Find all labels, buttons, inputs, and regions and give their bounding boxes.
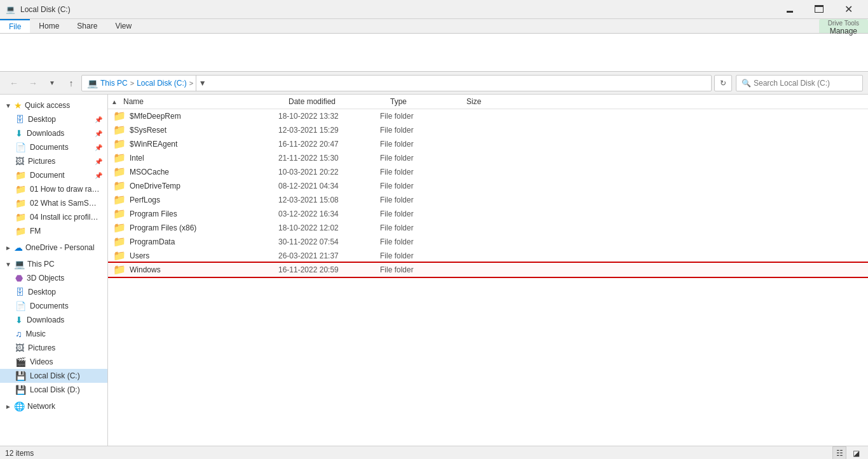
sidebar-item-fm[interactable]: 📁 FM [0, 224, 107, 238]
sidebar-quick-access-header[interactable]: ▼ ★ Quick access [0, 98, 107, 112]
table-row[interactable]: 📁 $WinREAgent 16-11-2022 20:47 File fold… [108, 137, 868, 151]
tab-share[interactable]: Share [68, 19, 106, 33]
search-input[interactable] [754, 79, 857, 88]
forward-button[interactable]: → [24, 74, 42, 92]
maximize-button[interactable]: 🗖 [804, 0, 834, 19]
thispc-label: This PC [27, 260, 55, 269]
file-name-cell: 📁 Users [108, 249, 273, 262]
manage-label: Manage [830, 27, 857, 36]
file-name: Windows [130, 265, 161, 274]
sidebar-item-local-disk-c[interactable]: 💾 Local Disk (C:) [0, 369, 107, 383]
col-date-header[interactable]: Date modified [283, 96, 385, 107]
folder-icon-doc: 📁 [15, 170, 26, 180]
search-bar[interactable]: 🔍 [736, 75, 863, 91]
dropdown-recent-button[interactable]: ▼ [43, 74, 61, 92]
file-date-cell: 08-12-2021 04:34 [273, 181, 375, 191]
documents-icon2: 📄 [15, 301, 26, 311]
file-name: $WinREAgent [130, 140, 177, 149]
folder-icon: 📁 [113, 208, 126, 220]
toolbar: ← → ▼ ↑ 💻 This PC > Local Disk (C:) > ▼ … [0, 72, 868, 95]
sidebar-item-desktop-quick[interactable]: 🗄 Desktop 📌 [0, 112, 107, 126]
file-type-cell: File folder [375, 237, 451, 247]
table-row[interactable]: 📁 Windows 16-11-2022 20:59 File folder [108, 263, 868, 277]
sidebar-item-documents-quick[interactable]: 📄 Documents 📌 [0, 140, 107, 154]
sidebar-item-02[interactable]: 📁 02 What is SamSung c [0, 196, 107, 210]
network-icon: 🌐 [14, 401, 25, 411]
file-name: MSOCache [130, 168, 169, 176]
up-button[interactable]: ↑ [62, 74, 80, 92]
file-name-cell: 📁 MSOCache [108, 165, 273, 178]
sidebar-item-01[interactable]: 📁 01 How to draw radius [0, 182, 107, 196]
file-name: PerfLogs [130, 196, 160, 204]
sidebar-item-music[interactable]: ♫ Music [0, 327, 107, 341]
sidebar-item-desktop[interactable]: 🗄 Desktop [0, 285, 107, 299]
back-button[interactable]: ← [5, 74, 23, 92]
title-bar: 💻 Local Disk (C:) 🗕 🗖 ✕ [0, 0, 868, 19]
table-row[interactable]: 📁 $SysReset 12-03-2021 15:29 File folder [108, 123, 868, 137]
details-view-button[interactable]: ☷ [832, 446, 846, 460]
sidebar-item-documents[interactable]: 📄 Documents [0, 299, 107, 313]
table-row[interactable]: 📁 ProgramData 30-11-2022 07:54 File fold… [108, 235, 868, 249]
sidebar-item-pictures[interactable]: 🖼 Pictures [0, 341, 107, 355]
sidebar-item-videos[interactable]: 🎬 Videos [0, 355, 107, 369]
manage-tab[interactable]: Drive Tools Manage [819, 19, 868, 33]
sidebar-item-downloads-quick[interactable]: ⬇ Downloads 📌 [0, 126, 107, 140]
sidebar-item-downloads[interactable]: ⬇ Downloads [0, 313, 107, 327]
downloads-icon2: ⬇ [15, 315, 23, 325]
sidebar-item-04[interactable]: 📁 04 Install icc profile or [0, 210, 107, 224]
table-row[interactable]: 📁 $MfeDeepRem 18-10-2022 13:32 File fold… [108, 109, 868, 123]
tab-file[interactable]: File [0, 19, 30, 33]
col-size-header[interactable]: Size [461, 96, 512, 107]
file-rows-container: 📁 $MfeDeepRem 18-10-2022 13:32 File fold… [108, 109, 868, 277]
sidebar-this-pc-header[interactable]: ▼ 💻 This PC [0, 257, 107, 271]
table-row[interactable]: 📁 Program Files (x86) 18-10-2022 12:02 F… [108, 221, 868, 235]
table-row[interactable]: 📁 Users 26-03-2021 21:37 File folder [108, 249, 868, 263]
table-row[interactable]: 📁 PerfLogs 12-03-2021 15:08 File folder [108, 193, 868, 207]
tab-view[interactable]: View [106, 19, 140, 33]
sidebar-item-local-disk-d[interactable]: 💾 Local Disk (D:) [0, 383, 107, 397]
col-name-header[interactable]: Name [118, 96, 283, 107]
sidebar-onedrive: ► ☁ OneDrive - Personal [0, 239, 107, 256]
file-date-cell: 18-10-2022 12:02 [273, 223, 375, 233]
pictures-label: Pictures [28, 343, 55, 352]
file-type-cell: File folder [375, 167, 451, 177]
file-type-cell: File folder [375, 139, 451, 149]
refresh-button[interactable]: ↻ [714, 75, 732, 91]
desktop-icon: 🗄 [15, 114, 24, 124]
close-button[interactable]: ✕ [834, 0, 863, 19]
address-this-pc[interactable]: This PC [100, 79, 128, 88]
tab-home[interactable]: Home [30, 19, 68, 33]
minimize-button[interactable]: 🗕 [775, 0, 804, 19]
sidebar-network-header[interactable]: ► 🌐 Network [0, 399, 107, 413]
downloads-icon: ⬇ [15, 128, 23, 138]
sidebar-item-document-quick[interactable]: 📁 Document 📌 [0, 168, 107, 182]
sidebar-01-label: 01 How to draw radius [30, 185, 100, 194]
sidebar-item-3d[interactable]: ⬣ 3D Objects [0, 271, 107, 285]
file-date-cell: 16-11-2022 20:59 [273, 265, 375, 275]
file-name-cell: 📁 PerfLogs [108, 193, 273, 206]
file-name-cell: 📁 Intel [108, 151, 273, 164]
address-local-disk[interactable]: Local Disk (C:) [137, 79, 187, 88]
address-bar[interactable]: 💻 This PC > Local Disk (C:) > ▼ [81, 75, 712, 91]
pictures-icon2: 🖼 [15, 343, 24, 353]
desktop-label: Desktop [28, 288, 56, 296]
downloads-label: Downloads [27, 316, 64, 324]
quick-access-label: Quick access [25, 101, 70, 110]
large-icons-view-button[interactable]: ◪ [849, 446, 863, 460]
status-count: 12 items [5, 449, 34, 458]
chevron-icon: ▼ [5, 102, 11, 109]
col-type-header[interactable]: Type [385, 96, 461, 107]
address-sep1: > [130, 79, 134, 87]
file-date-cell: 18-10-2022 13:32 [273, 111, 375, 121]
sidebar-item-pictures-quick[interactable]: 🖼 Pictures 📌 [0, 154, 107, 168]
onedrive-chevron: ► [5, 244, 11, 251]
address-dropdown-button[interactable]: ▼ [196, 75, 208, 91]
folder-icon: 📁 [113, 236, 126, 248]
table-row[interactable]: 📁 OneDriveTemp 08-12-2021 04:34 File fol… [108, 179, 868, 193]
table-row[interactable]: 📁 MSOCache 10-03-2021 20:22 File folder [108, 165, 868, 179]
table-row[interactable]: 📁 Intel 21-11-2022 15:30 File folder [108, 151, 868, 165]
table-row[interactable]: 📁 Program Files 03-12-2022 16:34 File fo… [108, 207, 868, 221]
sidebar-onedrive-header[interactable]: ► ☁ OneDrive - Personal [0, 241, 107, 255]
music-icon: ♫ [15, 329, 22, 339]
folder-icon: 📁 [113, 152, 126, 164]
